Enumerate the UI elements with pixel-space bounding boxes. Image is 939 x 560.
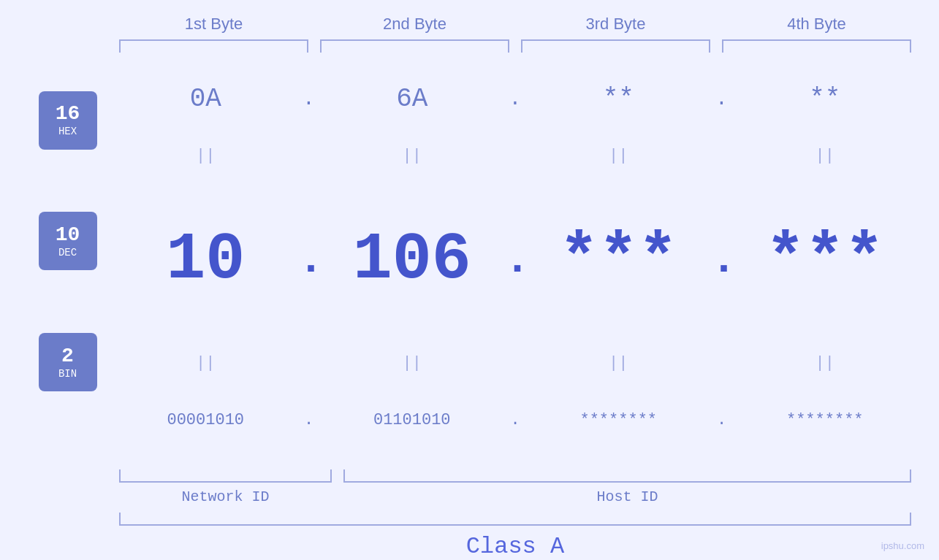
host-id-label: Host ID (343, 488, 911, 505)
id-labels-row: Network ID Host ID (0, 488, 939, 505)
class-bracket (119, 513, 911, 526)
hex-row: 0A . 6A . ** . ** (113, 53, 917, 145)
dec-badge: 10 DEC (39, 212, 97, 270)
dec-dot3: . (711, 235, 733, 285)
main-container: 1st Byte 2nd Byte 3rd Byte 4th Byte 16 H… (0, 0, 939, 560)
bin-row: 00001010 . 01101010 . ******** . *******… (113, 374, 917, 467)
byte-headers: 1st Byte 2nd Byte 3rd Byte 4th Byte (0, 0, 939, 34)
dec-dot1: . (298, 235, 320, 285)
hex-b2: 6A (320, 84, 505, 114)
class-section: Class A (0, 513, 939, 560)
dec-badge-num: 10 (56, 224, 80, 247)
network-id-label: Network ID (119, 488, 332, 505)
dec-row: 10 . 106 . *** . *** (113, 167, 917, 353)
bin-b3: ******** (526, 411, 711, 429)
watermark: ipshu.com (881, 540, 924, 551)
data-columns: 0A . 6A . ** . ** || || (113, 53, 917, 467)
hex-badge-num: 16 (56, 103, 80, 126)
bracket-byte2 (320, 39, 509, 53)
equals-row-2: || || || || (113, 352, 917, 374)
dot1: . (298, 88, 320, 110)
equals-row-1: || || || || (113, 145, 917, 167)
bin-badge-num: 2 (61, 345, 74, 368)
dot3: . (711, 88, 733, 110)
bin-dot3: . (711, 411, 733, 429)
content-area: 16 HEX 10 DEC 2 BIN 0A . 6A (0, 53, 939, 467)
bin-b4: ******** (733, 411, 918, 429)
dec-b1: 10 (113, 227, 298, 293)
hex-b1: 0A (113, 84, 298, 114)
byte4-header: 4th Byte (716, 15, 917, 34)
dot2: . (504, 88, 526, 110)
bracket-byte3 (521, 39, 710, 53)
bin-b2: 01101010 (320, 411, 505, 429)
bin-b1: 00001010 (113, 411, 298, 429)
dec-badge-label: DEC (58, 247, 77, 258)
top-brackets (0, 39, 939, 53)
hex-badge-label: HEX (58, 126, 77, 137)
bottom-bracket-network (119, 469, 332, 483)
hex-badge: 16 HEX (39, 91, 97, 150)
class-label: Class A (113, 533, 917, 560)
byte2-header: 2nd Byte (314, 15, 515, 34)
dec-b3: *** (526, 227, 711, 293)
bin-badge-label: BIN (58, 368, 77, 380)
bracket-byte4 (722, 39, 911, 53)
byte1-header: 1st Byte (113, 15, 314, 34)
bin-dot1: . (298, 411, 320, 429)
bottom-brackets-row (0, 469, 939, 483)
bracket-byte1 (119, 39, 308, 53)
byte3-header: 3rd Byte (515, 15, 716, 34)
bin-badge: 2 BIN (39, 333, 97, 391)
dec-dot2: . (504, 235, 526, 285)
dec-b4: *** (733, 227, 918, 293)
bin-dot2: . (504, 411, 526, 429)
dec-b2: 106 (320, 227, 505, 293)
hex-b3: ** (526, 84, 711, 114)
hex-b4: ** (733, 84, 918, 114)
bottom-bracket-host (343, 469, 911, 483)
badges-column: 16 HEX 10 DEC 2 BIN (22, 53, 113, 467)
